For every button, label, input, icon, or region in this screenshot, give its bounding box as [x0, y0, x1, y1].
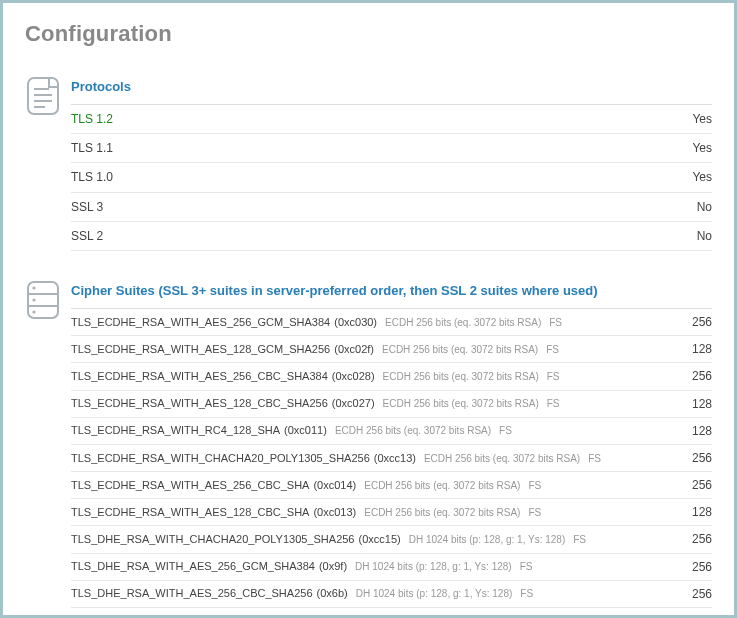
cipher-meta: ECDH 256 bits (eq. 3072 bits RSA) — [375, 370, 539, 384]
cipher-fs: FS — [580, 452, 601, 466]
cipher-bits: 256 — [692, 559, 712, 575]
cipher-name: TLS_DHE_RSA_WITH_CHACHA20_POLY1305_SHA25… — [71, 532, 354, 547]
cipher-name: TLS_ECDHE_RSA_WITH_AES_256_GCM_SHA384 — [71, 315, 330, 330]
cipher-name: TLS_DHE_RSA_WITH_AES_256_GCM_SHA384 — [71, 559, 315, 574]
cipher-row: TLS_ECDHE_RSA_WITH_CHACHA20_POLY1305_SHA… — [71, 445, 712, 472]
protocol-name: SSL 3 — [71, 199, 103, 215]
cipher-code: (0xc02f) — [330, 342, 374, 357]
cipher-code: (0xc027) — [328, 396, 375, 411]
cipher-meta: ECDH 256 bits (eq. 3072 bits RSA) — [374, 343, 538, 357]
cipher-row-left: TLS_ECDHE_RSA_WITH_AES_256_GCM_SHA384(0x… — [71, 315, 562, 330]
cipher-name: TLS_ECDHE_RSA_WITH_CHACHA20_POLY1305_SHA… — [71, 451, 370, 466]
cipher-row-left: TLS_ECDHE_RSA_WITH_AES_256_CBC_SHA384(0x… — [71, 369, 560, 384]
cipher-row-left: TLS_DHE_RSA_WITH_CHACHA20_POLY1305_SHA25… — [71, 532, 586, 547]
cipher-name: TLS_ECDHE_RSA_WITH_AES_256_CBC_SHA — [71, 478, 309, 493]
cipher-row-left: TLS_ECDHE_RSA_WITH_CHACHA20_POLY1305_SHA… — [71, 451, 601, 466]
protocol-row: TLS 1.0Yes — [71, 163, 712, 192]
cipher-meta: ECDH 256 bits (eq. 3072 bits RSA) — [377, 316, 541, 330]
cipher-bits: 256 — [692, 613, 712, 618]
cipher-code: (0xc014) — [309, 478, 356, 493]
cipher-meta: ECDH 256 bits (eq. 3072 bits RSA) — [375, 397, 539, 411]
cipher-name: TLS_ECDHE_RSA_WITH_AES_128_CBC_SHA256 — [71, 396, 328, 411]
cipher-meta: ECDH 256 bits (eq. 3072 bits RSA) — [327, 424, 491, 438]
cipher-row: TLS_DHE_RSA_WITH_AES_256_CBC_SHA256(0x6b… — [71, 581, 712, 608]
protocol-name: SSL 2 — [71, 228, 103, 244]
protocol-row: TLS 1.1Yes — [71, 134, 712, 163]
svg-point-9 — [32, 298, 35, 301]
cipher-row-left: TLS_ECDHE_RSA_WITH_AES_128_CBC_SHA256(0x… — [71, 396, 560, 411]
cipher-meta: ECDH 256 bits (eq. 3072 bits RSA) — [356, 506, 520, 520]
protocol-row: SSL 2No — [71, 222, 712, 251]
protocols-section: Protocols TLS 1.2YesTLS 1.1YesTLS 1.0Yes… — [25, 75, 712, 251]
cipher-meta: ECDH 256 bits (eq. 3072 bits RSA) — [356, 479, 520, 493]
configuration-panel: Configuration Protocols TLS 1.2YesTLS 1.… — [0, 0, 737, 618]
cipher-fs: FS — [491, 424, 512, 438]
cipher-meta: ECDH 256 bits (eq. 3072 bits RSA) — [416, 452, 580, 466]
cipher-row: TLS_DHE_RSA_WITH_AES_256_GCM_SHA384(0x9f… — [71, 554, 712, 581]
cipher-fs: FS — [565, 533, 586, 547]
cipher-bits: 256 — [692, 450, 712, 466]
cipher-row-left: TLS_ECDHE_RSA_WITH_AES_256_CBC_SHA(0xc01… — [71, 478, 541, 493]
svg-point-10 — [32, 310, 35, 313]
cipher-bits: 256 — [692, 368, 712, 384]
cipher-row-left: TLS_ECDHE_RSA_WITH_RC4_128_SHA(0xc011)EC… — [71, 423, 512, 438]
protocol-value: Yes — [692, 169, 712, 185]
cipher-code: (0xc028) — [328, 369, 375, 384]
cipher-name: TLS_DHE_RSA_WITH_AES_256_CBC_SHA256 — [71, 586, 313, 601]
cipher-fs: FS — [539, 370, 560, 384]
cipher-fs: FS — [512, 560, 533, 574]
protocols-heading: Protocols — [71, 75, 712, 105]
protocol-name: TLS 1.2 — [71, 111, 113, 127]
cipher-code: (0xcc13) — [370, 451, 416, 466]
protocol-value: Yes — [692, 111, 712, 127]
cipher-code: (0x6b) — [313, 586, 348, 601]
cipher-row-left: TLS_ECDHE_RSA_WITH_AES_128_CBC_SHA(0xc01… — [71, 505, 541, 520]
protocol-name: TLS 1.1 — [71, 140, 113, 156]
cipher-fs: FS — [520, 479, 541, 493]
cipher-meta: DH 1024 bits (p: 128, g: 1, Ys: 128) — [401, 533, 566, 547]
cipher-row: TLS_ECDHE_RSA_WITH_RC4_128_SHA(0xc011)EC… — [71, 418, 712, 445]
cipher-fs: FS — [520, 506, 541, 520]
cipher-row-left: TLS_DHE_RSA_WITH_AES_256_CBC_SHA256(0x6b… — [71, 586, 533, 601]
protocol-value: No — [697, 199, 712, 215]
protocol-name: TLS 1.0 — [71, 169, 113, 185]
cipher-bits: 256 — [692, 586, 712, 602]
cipher-code: (0xc013) — [309, 505, 356, 520]
cipher-name: TLS_ECDHE_RSA_WITH_AES_128_CBC_SHA — [71, 505, 309, 520]
cipher-row: TLS_ECDHE_RSA_WITH_AES_256_CBC_SHA384(0x… — [71, 363, 712, 390]
cipher-code: (0x9f) — [315, 559, 347, 574]
cipher-meta: DH 1024 bits (p: 128, g: 1, Ys: 128) — [347, 560, 512, 574]
protocol-value: Yes — [692, 140, 712, 156]
cipher-row: TLS_ECDHE_RSA_WITH_AES_128_CBC_SHA256(0x… — [71, 391, 712, 418]
cipher-fs: FS — [538, 343, 559, 357]
cipher-bits: 128 — [692, 396, 712, 412]
page-title: Configuration — [25, 21, 712, 47]
protocol-value: No — [697, 228, 712, 244]
cipher-bits: 128 — [692, 341, 712, 357]
protocols-content: Protocols TLS 1.2YesTLS 1.1YesTLS 1.0Yes… — [71, 75, 712, 251]
cipher-code: (0xc030) — [330, 315, 377, 330]
cipher-name: TLS_DHE_RSA_WITH_AES_256_CBC_SHA — [71, 614, 294, 618]
cipher-code: (0xc011) — [280, 423, 327, 438]
server-icon — [25, 279, 71, 321]
svg-point-8 — [32, 286, 35, 289]
cipher-row: TLS_ECDHE_RSA_WITH_AES_128_GCM_SHA256(0x… — [71, 336, 712, 363]
cipher-name: TLS_ECDHE_RSA_WITH_RC4_128_SHA — [71, 423, 280, 438]
protocol-row: SSL 3No — [71, 193, 712, 222]
cipher-name: TLS_ECDHE_RSA_WITH_AES_256_CBC_SHA384 — [71, 369, 328, 384]
cipher-row-left: TLS_ECDHE_RSA_WITH_AES_128_GCM_SHA256(0x… — [71, 342, 559, 357]
cipher-fs: FS — [541, 316, 562, 330]
cipher-name: TLS_ECDHE_RSA_WITH_AES_128_GCM_SHA256 — [71, 342, 330, 357]
cipher-bits: 256 — [692, 477, 712, 493]
cipher-code: (0xcc15) — [354, 532, 400, 547]
cipher-row: TLS_DHE_RSA_WITH_AES_256_CBC_SHA(0x39)DH… — [71, 608, 712, 618]
cipher-fs: FS — [512, 587, 533, 601]
cipher-row: TLS_ECDHE_RSA_WITH_AES_256_CBC_SHA(0xc01… — [71, 472, 712, 499]
protocol-row: TLS 1.2Yes — [71, 105, 712, 134]
cipher-row: TLS_DHE_RSA_WITH_CHACHA20_POLY1305_SHA25… — [71, 526, 712, 553]
cipher-bits: 128 — [692, 504, 712, 520]
cipher-bits: 256 — [692, 531, 712, 547]
cipher-bits: 256 — [692, 314, 712, 330]
cipher-code: (0x39) — [294, 614, 329, 618]
cipher-row: TLS_ECDHE_RSA_WITH_AES_128_CBC_SHA(0xc01… — [71, 499, 712, 526]
